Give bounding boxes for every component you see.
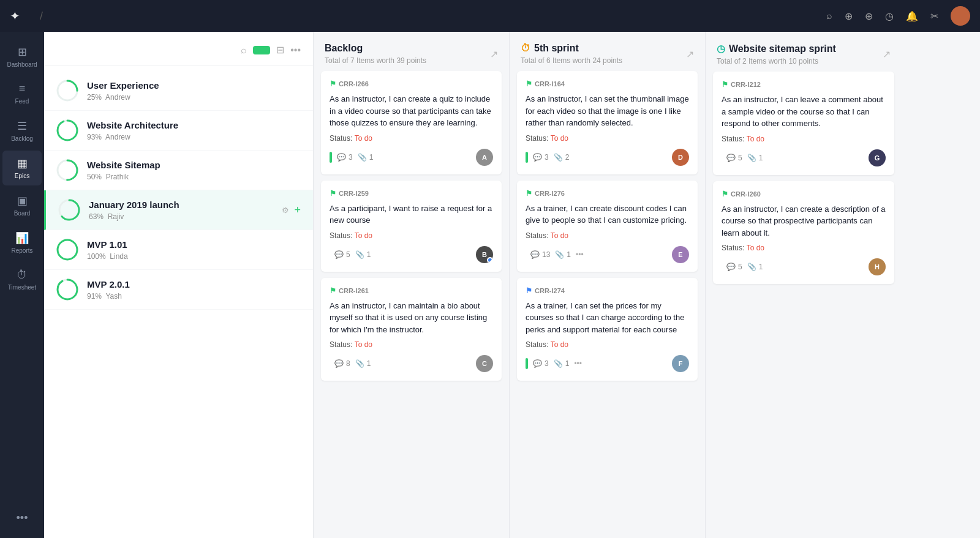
sidebar-label-dashboard: Dashboard: [7, 61, 37, 68]
card-flag-icon: ⚑: [722, 190, 728, 198]
create-icon[interactable]: ⊕: [845, 10, 853, 22]
card-avatar: F: [672, 355, 689, 372]
card-avatar: C: [476, 355, 493, 372]
sprint-collapse-button[interactable]: ↗: [686, 48, 694, 60]
sidebar-label-backlog: Backlog: [11, 135, 33, 142]
epics-panel: ⌕ ⊟ ••• User Experience 25% Andrew: [44, 32, 314, 538]
epics-icon: ▦: [17, 157, 28, 170]
card-comments-stat: 💬 5: [334, 250, 350, 259]
epic-progress-ring: [56, 159, 78, 181]
card-title: As a trainer, I can set the prices for m…: [526, 300, 689, 336]
svg-point-9: [58, 240, 77, 260]
card-avatar: H: [869, 258, 886, 275]
card-footer: 💬 5 📎 1 H: [722, 258, 886, 275]
epics-more-icon[interactable]: •••: [290, 45, 301, 56]
epic-item-ue[interactable]: User Experience 25% Andrew: [44, 71, 313, 111]
sidebar-item-board[interactable]: ▣ Board: [2, 188, 42, 223]
card-attachments-stat: 📎 1: [747, 154, 763, 162]
sidebar-item-reports[interactable]: 📊 Reports: [2, 225, 42, 260]
sidebar-item-epics[interactable]: ▦ Epics: [2, 151, 42, 185]
card-flag-icon: ⚑: [526, 286, 532, 295]
card-title: As an instructor, I can leave a comment …: [722, 94, 886, 130]
comments-icon: 💬: [726, 154, 736, 162]
card-CRR-I260[interactable]: ⚑ CRR-I260 As an instructor, I can creat…: [713, 181, 894, 285]
card-attachments-stat: 📎 1: [358, 153, 374, 162]
sprint-header: ◷ Website sitemap sprint Total of 2 Item…: [706, 32, 902, 72]
add-epic-button[interactable]: [253, 46, 270, 54]
card-CRR-I261[interactable]: ⚑ CRR-I261 As an instructor, I can maint…: [321, 278, 502, 381]
sidebar-item-feed[interactable]: ≡ Feed: [2, 77, 42, 111]
board-icon: ▣: [17, 194, 28, 207]
epic-progress-ring: [56, 278, 78, 301]
card-avatar: A: [476, 149, 493, 166]
card-more-icon[interactable]: •••: [576, 250, 584, 259]
sprint-icon: ⏱: [521, 43, 530, 54]
epics-header: ⌕ ⊟ •••: [44, 32, 313, 66]
card-id: ⚑ CRR-I266: [330, 80, 493, 88]
epic-item-j19[interactable]: January 2019 launch 63% Rajiv ⚙ +: [44, 190, 313, 230]
card-comments-stat: 💬 8: [334, 359, 350, 368]
epic-progress-ring: [56, 239, 78, 261]
sidebar-item-timesheet[interactable]: ⏱ Timesheet: [2, 263, 42, 297]
sidebar-item-backlog[interactable]: ☰ Backlog: [2, 113, 42, 148]
epic-meta: 93% Andrew: [87, 133, 301, 141]
card-attachments-stat: 📎 2: [554, 153, 570, 162]
epic-name: Website Architecture: [87, 120, 301, 130]
globe-icon[interactable]: ⊕: [865, 10, 873, 22]
card-comments-stat: 💬 5: [726, 154, 742, 162]
card-status: Status: To do: [330, 231, 493, 240]
epic-item-mvp2[interactable]: MVP 2.0.1 91% Yash: [44, 270, 313, 310]
sprint-icon: ◷: [717, 43, 725, 54]
card-more-icon[interactable]: •••: [574, 359, 582, 368]
card-CRR-I274[interactable]: ⚑ CRR-I274 As a trainer, I can set the p…: [517, 278, 698, 381]
card-status-value: To do: [747, 135, 764, 143]
clock-icon[interactable]: ◷: [885, 10, 894, 22]
card-CRR-I164[interactable]: ⚑ CRR-I164 As an instructor, I can set t…: [517, 71, 698, 174]
epic-meta: 50% Prathik: [87, 173, 301, 181]
card-status-value: To do: [747, 244, 764, 252]
card-CRR-I212[interactable]: ⚑ CRR-I212 As an instructor, I can leave…: [713, 72, 894, 175]
backlog-icon: ☰: [17, 119, 27, 133]
card-flag-icon: ⚑: [526, 80, 532, 88]
sidebar-item-dashboard[interactable]: ⊞ Dashboard: [2, 39, 42, 74]
card-CRR-I276[interactable]: ⚑ CRR-I276 As a trainer, I can create di…: [517, 181, 698, 272]
epic-meta: 91% Yash: [87, 292, 301, 301]
sprint-column-backlog: Backlog Total of 7 Items worth 39 points…: [314, 32, 510, 538]
user-avatar[interactable]: [951, 6, 970, 26]
sidebar-more-button[interactable]: •••: [10, 506, 34, 531]
sprint-collapse-button[interactable]: ↗: [883, 48, 891, 60]
card-title: As an instructor, I can create a quiz to…: [330, 93, 493, 129]
epic-gear-icon[interactable]: ⚙: [282, 206, 289, 215]
epic-add-icon[interactable]: +: [294, 204, 301, 217]
app-logo[interactable]: ✦: [10, 9, 20, 23]
card-id: ⚑ CRR-I164: [526, 80, 689, 88]
epic-item-mvp1[interactable]: MVP 1.01 100% Linda: [44, 230, 313, 270]
epics-search-icon[interactable]: ⌕: [241, 45, 247, 56]
card-CRR-I259[interactable]: ⚑ CRR-I259 As a participant, I want to r…: [321, 181, 502, 272]
card-status-value: To do: [551, 340, 568, 349]
search-icon[interactable]: ⌕: [826, 10, 832, 21]
sprint-collapse-button[interactable]: ↗: [490, 48, 498, 60]
sprint-header-left: ⏱ 5th sprint Total of 6 Items worth 24 p…: [521, 43, 681, 65]
comments-icon: 💬: [530, 250, 540, 259]
card-id: ⚑ CRR-I259: [330, 189, 493, 198]
card-title: As an instructor, I can maintain a bio a…: [330, 300, 493, 336]
epics-filter-icon[interactable]: ⊟: [276, 44, 284, 56]
sprint-column-sprint5: ⏱ 5th sprint Total of 6 Items worth 24 p…: [510, 32, 706, 538]
epic-info: Website Sitemap 50% Prathik: [87, 160, 301, 181]
tools-icon[interactable]: ✂: [930, 10, 938, 22]
card-CRR-I266[interactable]: ⚑ CRR-I266 As an instructor, I can creat…: [321, 71, 502, 174]
top-nav-icons: ⌕ ⊕ ⊕ ◷ 🔔 ✂: [826, 6, 970, 26]
card-status-value: To do: [355, 134, 372, 143]
bell-icon[interactable]: 🔔: [906, 10, 918, 22]
comments-icon: 💬: [533, 153, 542, 162]
sidebar-label-epics: Epics: [15, 173, 29, 179]
card-avatar: G: [869, 149, 886, 166]
card-title: As a participant, I want to raise a requ…: [330, 203, 493, 226]
epic-item-wa[interactable]: Website Architecture 93% Andrew: [44, 111, 313, 151]
card-id: ⚑ CRR-I274: [526, 286, 689, 295]
epic-item-ws[interactable]: Website Sitemap 50% Prathik: [44, 151, 313, 190]
card-status-value: To do: [551, 231, 568, 240]
dashboard-icon: ⊞: [18, 45, 27, 59]
epic-meta: 100% Linda: [87, 252, 301, 261]
